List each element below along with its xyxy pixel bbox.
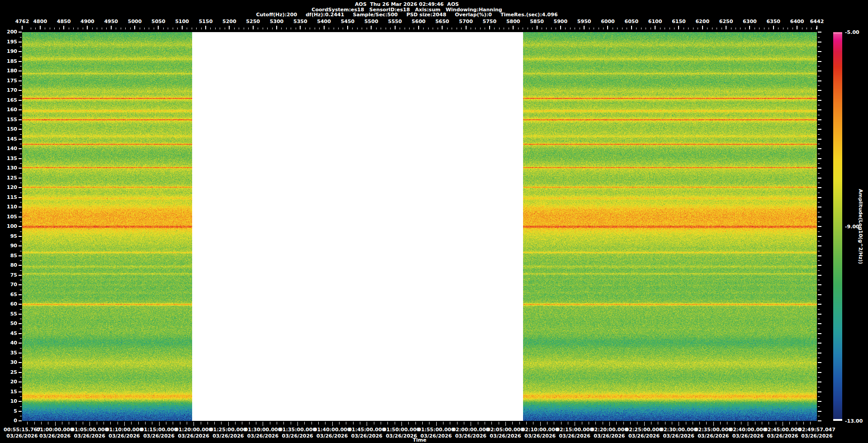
time-minor-tick [118,422,118,424]
freq-minor-tick-right [818,95,820,96]
top-axis-minor-tick [788,28,788,29]
top-axis-minor-tick [712,28,712,29]
time-minor-tick [270,422,270,424]
time-minor-tick [145,422,146,424]
time-minor-tick [83,422,83,424]
top-axis-minor-tick [589,28,590,29]
top-axis-minor-tick [210,28,211,29]
freq-major-tick [19,32,22,33]
top-axis-minor-tick [452,28,452,29]
freq-minor-tick-right [818,134,820,135]
top-axis-minor-tick [130,28,131,29]
time-minor-tick [755,422,755,424]
time-tick-label: 02:40:00.000 [730,427,767,433]
date-tick-label: 03/26/2026 [698,433,729,439]
time-minor-tick [173,422,173,424]
time-minor-tick [769,422,769,424]
top-axis-minor-tick [532,28,533,29]
freq-minor-tick-right [818,329,820,329]
time-minor-tick [374,422,374,424]
top-axis-minor-tick [83,28,83,29]
freq-major-tick [19,382,22,382]
freq-major-tick-right [818,333,821,334]
freq-major-tick-right [818,401,821,402]
time-minor-tick [797,422,797,424]
top-axis-tick-label: 5400 [317,19,331,24]
freq-minor-tick-right [818,37,820,38]
freq-major-tick-right [818,178,821,179]
time-tick-label: 01:55:00.000 [418,427,455,433]
top-axis-minor-tick [480,28,481,29]
time-tick-label: 01:45:00.000 [348,427,385,433]
top-axis-minor-tick [617,28,618,29]
time-minor-tick [48,422,48,424]
freq-major-tick-right [818,284,821,285]
freq-tick-label: 25 [0,369,17,375]
time-minor-tick [97,422,97,424]
freq-major-tick-right [818,148,821,149]
freq-minor-tick-right [818,222,820,222]
top-axis-minor-tick [509,28,509,29]
top-axis-minor-tick [220,28,220,29]
freq-major-tick [19,304,22,305]
freq-major-tick [19,197,22,198]
colorbar [833,32,842,421]
date-tick-label: 03/26/2026 [767,433,798,439]
top-axis-major-tick [418,26,419,29]
freq-major-tick-right [818,265,821,266]
top-axis-minor-tick [149,28,149,29]
top-axis-minor-tick [315,28,315,29]
freq-minor-tick [20,406,22,407]
top-axis-minor-tick [599,28,599,29]
time-tick-label: 01:20:00.000 [175,427,212,433]
time-major-tick [783,422,783,426]
time-minor-tick [568,422,568,424]
freq-major-tick-right [818,226,821,227]
time-minor-tick [443,422,443,424]
top-axis-tick-label: 6050 [624,19,638,24]
time-minor-tick [429,422,429,424]
time-minor-tick [152,422,152,424]
top-axis-tick-label: 4850 [57,19,71,24]
spectrogram-canvas[interactable] [22,32,817,421]
top-axis-minor-tick [447,28,448,29]
top-axis-minor-tick [102,28,102,29]
time-major-tick [55,422,56,426]
top-axis-minor-tick [457,28,457,29]
top-axis-minor-tick [414,28,414,29]
top-axis-minor-tick [381,28,381,29]
freq-tick-label: 95 [0,233,17,239]
top-axis-tick-label: 4800 [33,19,47,24]
top-axis-minor-tick [693,28,693,29]
top-axis-major-tick [773,26,774,29]
top-axis-minor-tick [688,28,689,29]
time-minor-tick [693,422,693,424]
freq-minor-tick-right [818,241,820,241]
freq-minor-tick-right [818,358,820,358]
top-axis-major-tick [466,26,467,29]
top-axis-minor-tick [461,28,462,29]
freq-major-tick-right [818,411,821,412]
freq-major-tick-right [818,100,821,101]
time-minor-tick [201,422,201,424]
freq-minor-tick-right [818,124,820,125]
top-axis-minor-tick [405,28,405,29]
top-axis-minor-tick [140,28,140,29]
freq-minor-tick-right [818,377,820,377]
freq-major-tick-right [818,382,821,382]
time-minor-tick [138,422,139,424]
top-axis-tick-label: 5950 [577,19,591,24]
freq-major-tick [19,119,22,120]
freq-major-tick [19,401,22,402]
freq-major-tick [19,284,22,285]
time-tick-label: 01:00:00.000 [37,427,74,433]
freq-minor-tick [20,154,22,154]
time-minor-tick [803,422,804,424]
top-axis-minor-tick [722,28,722,29]
time-tick-label: 01:25:00.000 [210,427,247,433]
time-major-tick [713,422,714,426]
colorbar-mid-label: -9.00 [845,224,859,230]
top-axis-minor-tick [575,28,575,29]
time-minor-tick [110,422,111,424]
top-axis-major-tick [205,26,206,29]
